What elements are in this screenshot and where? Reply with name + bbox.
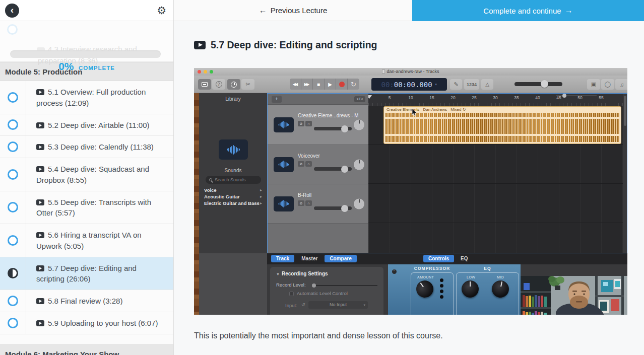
amount-label: AMOUNT	[417, 275, 434, 279]
incomplete-circle-icon	[8, 119, 18, 130]
complete-and-continue-button[interactable]: Complete and continue →	[412, 0, 644, 21]
gear-icon: ⚙	[157, 5, 166, 16]
sound-category-row: Voice▸	[199, 187, 267, 193]
count-in-label: 1234	[467, 82, 477, 87]
gb-toolbar: ? ✂ ◀◀ ▶▶ ■ ▶ ↻ 00:	[194, 76, 627, 93]
sidebar-item-5-1[interactable]: 5.1 Overview: Full production process (1…	[0, 81, 173, 114]
input-label: Input:	[285, 303, 297, 308]
settings-gear-button[interactable]: ⚙	[157, 5, 166, 17]
waveform-icon	[279, 200, 289, 207]
recording-settings-label: Recording Settings	[282, 271, 328, 276]
lecture-title-text: 5.6 Hiring a transcript VA on Upwork (5:…	[36, 231, 142, 250]
right-arrow-icon: →	[565, 6, 573, 15]
progress-percent: 0%	[58, 60, 74, 72]
lecture-label: 5.4 Deep dive: Squadcast and Dropbox (8:…	[26, 158, 173, 191]
ruler-tick: 35	[514, 95, 519, 100]
lane-divider	[368, 223, 623, 223]
library-toggle-button	[198, 79, 211, 90]
stop-button: ■	[313, 79, 325, 90]
back-button[interactable]: ‹	[5, 4, 19, 18]
scissors-icon: ✂	[245, 81, 250, 88]
lecture-title-text: 5.5 Deep dive: Transcripts with Otter (5…	[36, 198, 151, 218]
record-level-slider	[313, 285, 377, 286]
previous-lecture-button[interactable]: ← Previous Lecture	[174, 0, 412, 21]
lecture-label: 5.6 Hiring a transcript VA on Upwork (5:…	[26, 224, 173, 257]
chevron-right-icon: ▸	[260, 188, 262, 192]
document-icon	[382, 69, 385, 74]
track-volume-slider	[314, 167, 352, 171]
knob-icon	[231, 82, 237, 88]
gb-transport-controls: ◀◀ ▶▶ ■ ▶ ↻	[290, 79, 359, 90]
video-player[interactable]: dan-andrews-raw - Tracks ? ✂ ◀◀ ▶▶ ■	[194, 68, 627, 315]
sounds-header: Sounds	[199, 168, 267, 173]
sidebar-item-5-5[interactable]: 5.5 Deep dive: Transcripts with Otter (5…	[0, 191, 173, 225]
desktop-wallpaper-strip	[194, 93, 199, 315]
add-track-button: +	[272, 96, 282, 103]
slider-knob	[341, 205, 348, 212]
smart-controls-tabbar: Track Master Compare Controls EQ	[267, 253, 627, 264]
sidebar-item-5-3[interactable]: 5.3 Deep dive: Calendly (11:38)	[0, 136, 173, 158]
sidebar-item-5-7-active[interactable]: 5.7 Deep dive: Editing and scripting (26…	[0, 257, 173, 291]
media-browser-button: ♫	[615, 79, 627, 90]
playhead-icon	[368, 95, 372, 99]
mute-icon: ⊘	[298, 121, 304, 126]
cycle-button: ↻	[348, 79, 359, 90]
loop-browser-button: ◯	[601, 79, 614, 90]
lcd-dim-digits: 00:	[381, 81, 394, 89]
track-tile	[274, 117, 294, 132]
ghost-status-circle	[7, 24, 18, 35]
sidebar-item-5-8[interactable]: 5.8 Final review (3:28)	[0, 290, 173, 312]
search-icon	[209, 178, 212, 181]
sidebar-item-5-6[interactable]: 5.6 Hiring a transcript VA on Upwork (5:…	[0, 224, 173, 257]
chevron-down-icon: ▾	[363, 301, 365, 309]
module-6-header: Module 6: Marketing Your Show	[0, 344, 173, 355]
eq-title: EQ	[456, 266, 519, 271]
recording-settings-title: ▼Recording Settings	[276, 271, 328, 276]
complete-label: Complete and continue	[483, 7, 561, 15]
course-progress-block: 4.3 Interview research and preparation (…	[0, 21, 173, 62]
lcd-chevron-icon: ▾	[435, 82, 437, 87]
lane-divider	[368, 144, 623, 145]
sound-category-row: Electric Guitar and Bass▸	[199, 200, 267, 206]
video-play-icon	[36, 298, 44, 304]
category-label: Voice	[204, 187, 217, 193]
in-progress-half-circle-icon	[8, 268, 18, 278]
recording-settings-box: ▼Recording Settings Record Level: Automa…	[270, 267, 383, 315]
mute-icon: ⊘	[298, 161, 304, 167]
timeline-scrollbar	[623, 94, 627, 253]
course-player-page: ‹ ⚙ 4.3 Interview research and preparati…	[0, 0, 644, 355]
sidebar-item-5-4[interactable]: 5.4 Deep dive: Squadcast and Dropbox (8:…	[0, 158, 173, 191]
lecture-title-text: 5.3 Deep dive: Calendly (11:38)	[48, 143, 154, 151]
play-icon: ▶	[328, 82, 332, 87]
track-row-creative-elements: Creative Eleme...drews - Mixed ⊘∩	[268, 105, 368, 145]
loop-browser-icon: ◯	[605, 81, 611, 88]
lecture-content: 5.7 Deep dive: Editing and scripting dan…	[174, 21, 644, 355]
gb-window-title-text: dan-andrews-raw - Tracks	[387, 69, 439, 74]
smart-controls-button	[227, 79, 240, 90]
waveform-band	[385, 136, 619, 142]
lecture-label: 5.9 Uploading to your host (6:07)	[26, 312, 173, 334]
track-tile	[274, 157, 294, 172]
incomplete-circle-icon	[8, 296, 18, 306]
track-mini-buttons: ⊘∩	[298, 200, 312, 206]
compressor-title: COMPRESSOR	[411, 266, 454, 271]
pan-knob	[354, 159, 364, 170]
ruler-tick: 30	[493, 95, 497, 100]
lecture-title-text: 5.1 Overview: Full production process (1…	[36, 88, 146, 107]
sidebar-item-5-2[interactable]: 5.2 Deep dive: Airtable (11:00)	[0, 114, 173, 136]
zoom-slider	[556, 95, 597, 96]
waveform-icon	[227, 145, 240, 155]
track-name: Voiceover	[298, 153, 320, 159]
gb-window-title: dan-andrews-raw - Tracks	[194, 69, 627, 74]
curriculum-sidebar: ‹ ⚙ 4.3 Interview research and preparati…	[0, 0, 174, 355]
incomplete-circle-icon	[8, 141, 18, 152]
video-play-icon	[36, 89, 44, 95]
slider-knob	[341, 166, 348, 173]
sidebar-item-5-9[interactable]: 5.9 Uploading to your host (6:07)	[0, 312, 173, 334]
mute-icon: ⊘	[298, 200, 304, 206]
track-row-b-roll: B-Roll ⊘∩	[268, 184, 368, 224]
ruler-tick: 55	[599, 95, 603, 100]
lecture-title-text: 5.9 Uploading to your host (6:07)	[48, 319, 158, 327]
tab-eq: EQ	[457, 255, 472, 262]
lecture-play-icon	[194, 41, 206, 49]
